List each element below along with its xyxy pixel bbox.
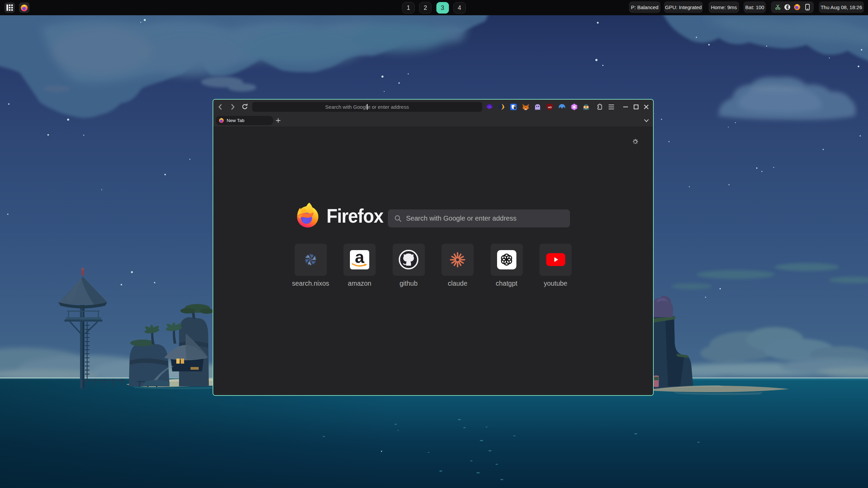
svg-text:uO: uO [548, 106, 552, 109]
